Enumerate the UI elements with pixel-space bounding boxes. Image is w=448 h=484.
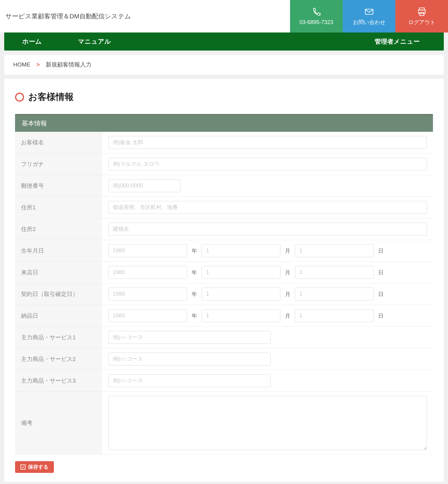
input-visit-day[interactable]	[295, 266, 374, 279]
form-table: お客様名 フリガナ 郵便番号 住所1 住所2	[15, 132, 433, 455]
card-title-row: お客様情報	[15, 91, 433, 103]
row-birth: 生年月日 年 月 日	[15, 240, 433, 262]
main-card: お客様情報 基本情報 お客様名 フリガナ 郵便番号 住所1	[4, 79, 444, 482]
field-address1	[102, 197, 433, 218]
unit-month: 月	[284, 269, 291, 276]
chevron-right-icon: >	[36, 61, 40, 68]
field-visit: 年 月 日	[102, 262, 433, 283]
topbar: サービス業顧客管理＆DM自動配信システム 03-6895-7323 お問い合わせ…	[0, 0, 448, 32]
unit-day: 日	[377, 291, 385, 298]
row-customer-name: お客様名	[15, 132, 433, 153]
input-birth-year[interactable]	[108, 244, 187, 257]
input-birth-day[interactable]	[295, 244, 374, 257]
row-postal: 郵便番号	[15, 175, 433, 197]
input-postal[interactable]	[108, 179, 181, 192]
svg-rect-0	[365, 9, 373, 14]
breadcrumb-home[interactable]: HOME	[13, 61, 30, 68]
input-customer-name[interactable]	[108, 136, 427, 149]
label-postal: 郵便番号	[15, 175, 102, 196]
printer-icon	[417, 7, 427, 17]
row-furigana: フリガナ	[15, 153, 433, 175]
unit-day: 日	[377, 312, 385, 319]
input-contract-year[interactable]	[108, 288, 187, 301]
section-header: 基本情報	[15, 114, 433, 132]
logout-button[interactable]: ログアウト	[395, 0, 448, 32]
input-birth-month[interactable]	[202, 244, 280, 257]
field-remarks	[102, 392, 433, 454]
nav-admin[interactable]: 管理者メニュー	[375, 37, 444, 46]
contact-label: お問い合わせ	[353, 19, 385, 26]
row-remarks: 備考	[15, 392, 433, 455]
row-delivery: 納品日 年 月 日	[15, 305, 433, 327]
input-contract-day[interactable]	[295, 288, 374, 301]
unit-year: 年	[191, 269, 198, 276]
row-product1: 主力商品・サービス1	[15, 327, 433, 348]
input-product1[interactable]	[108, 331, 271, 344]
label-birth: 生年月日	[15, 240, 102, 261]
label-visit: 来店日	[15, 262, 102, 283]
nav-manual[interactable]: マニュアル	[60, 37, 129, 46]
phone-button[interactable]: 03-6895-7323	[290, 0, 343, 32]
label-customer-name: お客様名	[15, 132, 102, 153]
input-visit-year[interactable]	[108, 266, 187, 279]
logout-label: ログアウト	[408, 19, 435, 26]
input-address2[interactable]	[108, 223, 427, 236]
unit-year: 年	[191, 312, 198, 319]
label-address2: 住所2	[15, 218, 102, 240]
row-visit: 来店日 年 月 日	[15, 262, 433, 283]
row-product3: 主力商品・サービス3	[15, 370, 433, 392]
label-product2: 主力商品・サービス2	[15, 348, 102, 370]
input-delivery-day[interactable]	[295, 309, 374, 322]
card-title: お客様情報	[28, 91, 74, 103]
unit-year: 年	[191, 291, 198, 298]
field-product1	[102, 327, 433, 348]
field-address2	[102, 218, 433, 240]
unit-year: 年	[191, 247, 198, 254]
contact-button[interactable]: お問い合わせ	[343, 0, 395, 32]
save-button[interactable]: ✓ 保存する	[15, 461, 54, 473]
breadcrumb: HOME > 新規顧客情報入力	[4, 55, 444, 75]
field-product3	[102, 370, 433, 391]
breadcrumb-current: 新規顧客情報入力	[46, 61, 91, 69]
row-contract: 契約日（取引確定日） 年 月 日	[15, 283, 433, 305]
input-remarks[interactable]	[108, 396, 427, 450]
svg-rect-1	[419, 8, 424, 10]
unit-day: 日	[377, 269, 385, 276]
field-postal	[102, 175, 433, 196]
field-contract: 年 月 日	[102, 283, 433, 305]
row-product2: 主力商品・サービス2	[15, 348, 433, 370]
label-contract: 契約日（取引確定日）	[15, 283, 102, 305]
topbar-actions: 03-6895-7323 お問い合わせ ログアウト	[290, 0, 448, 32]
input-furigana[interactable]	[108, 158, 427, 171]
label-product3: 主力商品・サービス3	[15, 370, 102, 391]
label-address1: 住所1	[15, 197, 102, 218]
label-delivery: 納品日	[15, 305, 102, 326]
input-delivery-month[interactable]	[202, 309, 280, 322]
nav-home[interactable]: ホーム	[4, 37, 60, 46]
save-label: 保存する	[28, 464, 48, 470]
unit-month: 月	[284, 247, 291, 254]
field-delivery: 年 月 日	[102, 305, 433, 326]
input-delivery-year[interactable]	[108, 309, 187, 322]
mail-icon	[364, 7, 374, 17]
phone-number: 03-6895-7323	[299, 19, 333, 26]
input-product3[interactable]	[108, 374, 271, 387]
input-contract-month[interactable]	[202, 288, 280, 301]
unit-month: 月	[284, 291, 291, 298]
brand-title: サービス業顧客管理＆DM自動配信システム	[0, 0, 290, 32]
row-address1: 住所1	[15, 197, 433, 218]
input-visit-month[interactable]	[202, 266, 280, 279]
check-icon: ✓	[20, 464, 26, 470]
field-birth: 年 月 日	[102, 240, 433, 261]
unit-month: 月	[284, 312, 291, 319]
input-address1[interactable]	[108, 201, 427, 214]
unit-day: 日	[377, 247, 385, 254]
input-product2[interactable]	[108, 353, 271, 365]
circle-icon	[15, 93, 24, 102]
label-remarks: 備考	[15, 392, 102, 454]
row-address2: 住所2	[15, 218, 433, 240]
label-furigana: フリガナ	[15, 153, 102, 175]
field-customer-name	[102, 132, 433, 153]
field-product2	[102, 348, 433, 370]
main-nav: ホーム マニュアル 管理者メニュー	[4, 32, 444, 51]
